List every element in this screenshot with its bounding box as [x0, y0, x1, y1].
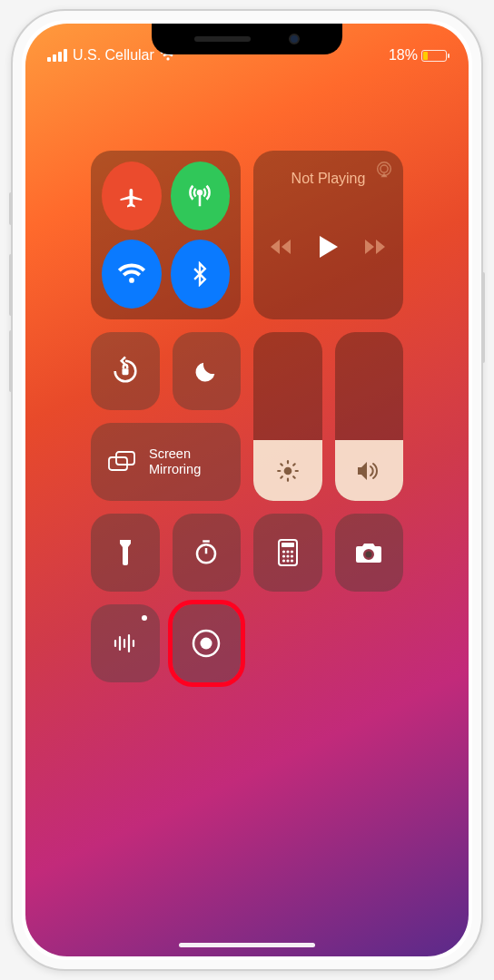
svg-point-37: [201, 638, 212, 650]
battery-icon: [421, 50, 447, 62]
airplane-mode-toggle[interactable]: [102, 162, 162, 230]
battery-percentage: 18%: [389, 47, 418, 64]
media-module[interactable]: Not Playing: [253, 151, 403, 319]
do-not-disturb-toggle[interactable]: [173, 332, 242, 410]
svg-point-27: [282, 559, 285, 562]
wifi-toggle[interactable]: [102, 240, 162, 309]
camera-button[interactable]: [335, 514, 404, 592]
svg-point-23: [291, 550, 293, 553]
bluetooth-toggle[interactable]: [171, 240, 231, 309]
cellular-data-toggle[interactable]: [171, 162, 231, 230]
media-title: Not Playing: [266, 171, 390, 187]
svg-point-0: [198, 191, 202, 194]
power-button: [481, 272, 485, 363]
volume-icon: [356, 460, 381, 482]
svg-line-13: [293, 464, 295, 466]
svg-point-30: [366, 552, 372, 558]
svg-point-25: [286, 554, 289, 557]
airplane-icon: [118, 182, 145, 210]
bluetooth-icon: [187, 261, 212, 287]
cellular-signal-icon: [47, 49, 67, 62]
orientation-lock-icon: [110, 356, 141, 387]
brightness-icon: [276, 459, 300, 483]
screen-mirroring-icon: [107, 450, 136, 474]
notch: [152, 24, 342, 54]
svg-point-21: [282, 550, 285, 553]
screen: U.S. Cellular 18%: [25, 24, 469, 956]
svg-point-24: [282, 554, 285, 557]
battery-fill: [423, 52, 428, 60]
svg-point-28: [286, 559, 289, 562]
notification-dot-icon: [142, 615, 147, 621]
screen-mirroring-label: Screen Mirroring: [149, 446, 201, 478]
previous-track-button[interactable]: [271, 238, 292, 256]
timer-button[interactable]: [173, 514, 242, 592]
carrier-label: U.S. Cellular: [73, 47, 154, 64]
svg-point-29: [291, 559, 293, 562]
screen-mirroring-button[interactable]: Screen Mirroring: [91, 423, 241, 501]
screen-record-button[interactable]: [173, 604, 242, 682]
hearing-button[interactable]: [91, 604, 160, 682]
svg-rect-4: [122, 368, 128, 375]
svg-rect-20: [282, 543, 294, 547]
volume-slider[interactable]: [335, 332, 404, 501]
next-track-button[interactable]: [365, 238, 387, 256]
calculator-button[interactable]: [253, 514, 322, 592]
svg-line-11: [293, 476, 295, 478]
mute-switch: [9, 192, 13, 225]
svg-point-5: [283, 466, 291, 475]
wifi-icon: [117, 262, 146, 286]
home-indicator[interactable]: [179, 943, 315, 947]
orientation-lock-toggle[interactable]: [91, 332, 160, 410]
record-icon: [191, 628, 222, 659]
airplay-icon[interactable]: [374, 160, 394, 180]
flashlight-button[interactable]: [91, 514, 160, 592]
phone-frame: U.S. Cellular 18%: [11, 9, 483, 971]
connectivity-module[interactable]: [91, 151, 241, 319]
svg-line-12: [281, 476, 282, 478]
calculator-icon: [277, 539, 299, 566]
camera-icon: [354, 541, 383, 564]
svg-point-3: [380, 165, 388, 172]
antenna-icon: [186, 182, 213, 210]
volume-down-button: [9, 330, 13, 392]
volume-up-button: [9, 254, 13, 316]
svg-line-10: [281, 464, 282, 466]
play-button[interactable]: [318, 234, 340, 260]
flashlight-icon: [114, 538, 136, 567]
timer-icon: [193, 539, 220, 566]
waveform-icon: [112, 632, 139, 654]
svg-point-26: [291, 554, 293, 557]
moon-icon: [193, 358, 219, 384]
control-center: Not Playing: [91, 151, 403, 682]
brightness-slider[interactable]: [253, 332, 322, 501]
speaker-grille: [194, 36, 251, 42]
svg-point-22: [286, 550, 289, 553]
front-camera: [289, 34, 300, 44]
